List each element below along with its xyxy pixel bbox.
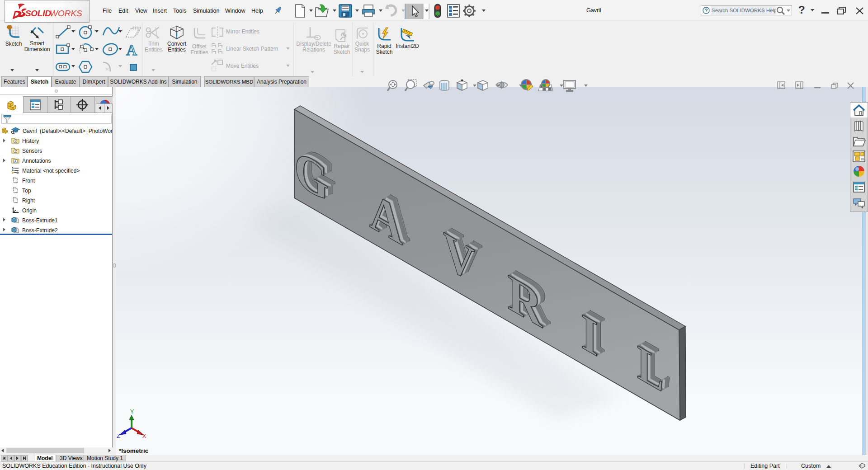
svg-text:?: ?: [705, 8, 708, 13]
svg-text:*Isometric: *Isometric: [119, 447, 149, 454]
svg-text:A: A: [14, 160, 17, 164]
svg-text:SOLID: SOLID: [25, 9, 51, 18]
svg-text:Y: Y: [130, 408, 134, 415]
svg-text:X: X: [142, 432, 146, 439]
svg-text:WORKS: WORKS: [50, 9, 82, 18]
svg-text:Z: Z: [117, 432, 120, 439]
svg-text:I: I: [581, 302, 598, 368]
svg-text:A: A: [126, 42, 137, 58]
